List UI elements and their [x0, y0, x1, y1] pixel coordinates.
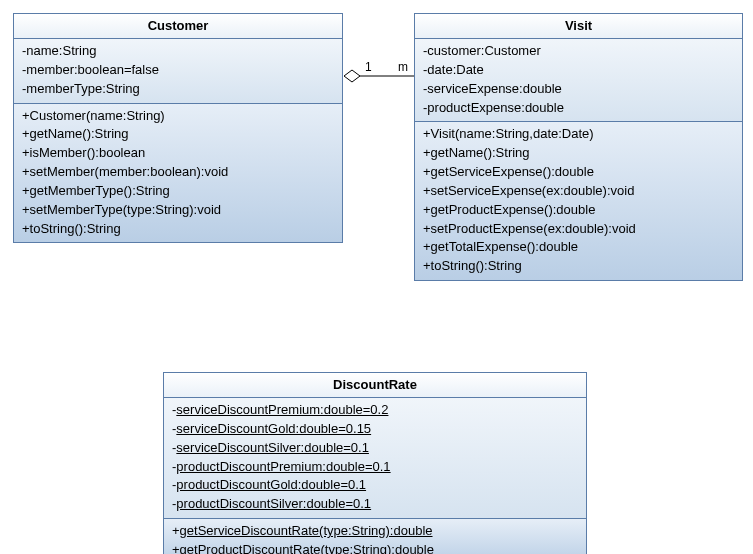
- op: +getServiceExpense():double: [423, 163, 734, 182]
- op: +getName():String: [22, 125, 334, 144]
- class-operations: +getServiceDiscountRate(type:String):dou…: [164, 519, 586, 554]
- op: +getProductDiscountRate(type:String):dou…: [172, 541, 578, 554]
- class-title: Visit: [415, 14, 742, 39]
- op: +getMemberType():String: [22, 182, 334, 201]
- op: +getServiceDiscountRate(type:String):dou…: [172, 522, 578, 541]
- attr: -productExpense:double: [423, 99, 734, 118]
- class-customer: Customer -name:String -member:boolean=fa…: [13, 13, 343, 243]
- attr: -member:boolean=false: [22, 61, 334, 80]
- op: +getProductExpense():double: [423, 201, 734, 220]
- attr: -serviceDiscountSilver:double=0.1: [172, 439, 578, 458]
- op: +isMember():boolean: [22, 144, 334, 163]
- attr: -productDiscountPremium:double=0.1: [172, 458, 578, 477]
- attr: -serviceDiscountPremium:double=0.2: [172, 401, 578, 420]
- multiplicity-left: 1: [365, 60, 372, 74]
- attr: -date:Date: [423, 61, 734, 80]
- op: +setServiceExpense(ex:double):void: [423, 182, 734, 201]
- op: +toString():String: [423, 257, 734, 276]
- class-attributes: -serviceDiscountPremium:double=0.2 -serv…: [164, 398, 586, 519]
- multiplicity-right: m: [398, 60, 408, 74]
- class-operations: +Visit(name:String,date:Date) +getName()…: [415, 122, 742, 280]
- attr: -productDiscountSilver:double=0.1: [172, 495, 578, 514]
- attr: -productDiscountGold:double=0.1: [172, 476, 578, 495]
- svg-marker-1: [344, 70, 360, 82]
- class-title: Customer: [14, 14, 342, 39]
- attr: -customer:Customer: [423, 42, 734, 61]
- class-attributes: -name:String -member:boolean=false -memb…: [14, 39, 342, 104]
- op: +getName():String: [423, 144, 734, 163]
- attr: -serviceDiscountGold:double=0.15: [172, 420, 578, 439]
- op: +Visit(name:String,date:Date): [423, 125, 734, 144]
- class-attributes: -customer:Customer -date:Date -serviceEx…: [415, 39, 742, 122]
- attr: -serviceExpense:double: [423, 80, 734, 99]
- class-discountrate: DiscountRate -serviceDiscountPremium:dou…: [163, 372, 587, 554]
- op: +setMember(member:boolean):void: [22, 163, 334, 182]
- op: +Customer(name:String): [22, 107, 334, 126]
- class-visit: Visit -customer:Customer -date:Date -ser…: [414, 13, 743, 281]
- attr: -memberType:String: [22, 80, 334, 99]
- op: +setMemberType(type:String):void: [22, 201, 334, 220]
- op: +toString():String: [22, 220, 334, 239]
- op: +getTotalExpense():double: [423, 238, 734, 257]
- op: +setProductExpense(ex:double):void: [423, 220, 734, 239]
- class-title: DiscountRate: [164, 373, 586, 398]
- class-operations: +Customer(name:String) +getName():String…: [14, 104, 342, 243]
- attr: -name:String: [22, 42, 334, 61]
